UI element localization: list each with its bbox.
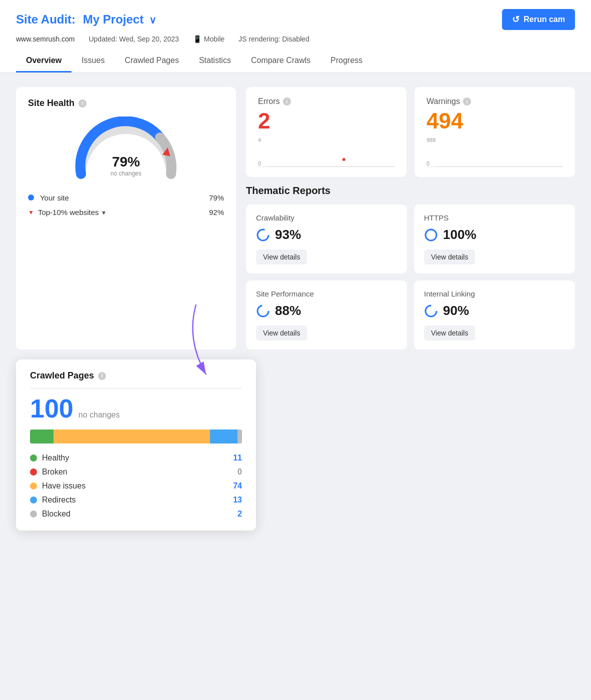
tab-issues[interactable]: Issues [72, 50, 114, 72]
blocked-value[interactable]: 2 [238, 510, 242, 518]
site-performance-view-details-button[interactable]: View details [256, 326, 307, 340]
crawlability-icon [256, 228, 270, 242]
errors-max: 4 [258, 137, 261, 143]
tab-progress[interactable]: Progress [320, 50, 372, 72]
thematic-reports-title: Thematic Reports [246, 185, 575, 196]
mobile-icon: 📱 [193, 35, 202, 43]
legend-have-issues-left: Have issues [30, 482, 86, 490]
thematic-card-site-performance: Site Performance 88% View details [246, 280, 407, 350]
healthy-dot [30, 454, 37, 462]
svg-point-7 [426, 230, 436, 240]
crawled-pages-info-icon[interactable]: i [98, 372, 106, 380]
site-performance-icon [256, 304, 270, 318]
site-health-card: Site Health i 79% no changes [16, 87, 236, 350]
tab-compare-crawls[interactable]: Compare Crawls [241, 50, 320, 72]
warnings-label: Warnings i [426, 97, 563, 106]
healthy-value[interactable]: 11 [233, 454, 242, 462]
crawled-pages-title: Crawled Pages [30, 370, 94, 381]
blocked-label: Blocked [42, 510, 70, 518]
legend-healthy: Healthy 11 [30, 454, 242, 462]
warnings-min: 0 [426, 160, 436, 166]
crawlability-percent: 93% [275, 227, 301, 242]
tab-crawled-pages[interactable]: Crawled Pages [114, 50, 189, 72]
js-rendering-label: JS rendering: Disabled [238, 35, 310, 43]
top10-label: Top-10% websites [38, 208, 99, 216]
errors-chart: 4 0 [258, 137, 394, 167]
thematic-card-https: HTTPS 100% View details [414, 204, 575, 274]
errors-value: 2 [258, 110, 394, 132]
redirects-value[interactable]: 13 [233, 496, 242, 504]
https-label: HTTPS [424, 214, 565, 222]
mobile-badge: 📱 Mobile [193, 35, 224, 43]
have-issues-value[interactable]: 74 [233, 482, 242, 490]
header-meta: www.semrush.com Updated: Wed, Sep 20, 20… [16, 35, 575, 43]
errors-chart-labels: 4 0 [258, 137, 261, 166]
project-name: My Project [83, 12, 144, 26]
internal-linking-view-details-button[interactable]: View details [424, 326, 475, 340]
refresh-icon: ↺ [512, 14, 520, 25]
https-value: 100% [424, 227, 565, 242]
broken-value: 0 [238, 468, 242, 476]
header: Site Audit: My Project ∨ ↺ Rerun cam www… [0, 0, 591, 73]
tab-overview[interactable]: Overview [16, 50, 72, 72]
site-health-label: Site Health [28, 98, 74, 108]
errors-card: Errors i 2 4 0 [246, 87, 406, 177]
internal-linking-label: Internal Linking [424, 290, 565, 298]
blocked-dot [30, 510, 37, 518]
site-health-title: Site Health i [28, 98, 224, 108]
thematic-card-internal-linking: Internal Linking 90% View details [414, 280, 575, 350]
warnings-info-icon[interactable]: i [463, 98, 471, 106]
legend-redirects-left: Redirects [30, 496, 76, 504]
progress-bar [30, 430, 242, 444]
domain-label: www.semrush.com [16, 35, 74, 43]
legend-blocked: Blocked 2 [30, 510, 242, 518]
svg-point-9 [426, 306, 436, 316]
page-title: Site Audit: My Project ∨ [16, 12, 156, 26]
your-site-dot [28, 194, 34, 200]
site-performance-value: 88% [256, 303, 397, 318]
have-issues-label: Have issues [42, 482, 86, 490]
errors-min: 0 [258, 160, 261, 166]
updated-label: Updated: Wed, Sep 20, 2023 [88, 35, 178, 43]
warnings-value: 494 [426, 110, 563, 132]
svg-text:no changes: no changes [110, 170, 142, 177]
healthy-label: Healthy [42, 454, 69, 462]
legend-healthy-left: Healthy [30, 454, 69, 462]
errors-label: Errors i [258, 97, 394, 106]
warnings-text: Warnings [426, 97, 460, 106]
title-prefix: Site Audit: [16, 12, 76, 26]
pb-have-issues [54, 430, 210, 444]
pb-redirects [210, 430, 238, 444]
internal-linking-value: 90% [424, 303, 565, 318]
svg-text:79%: 79% [112, 154, 140, 170]
errors-text: Errors [258, 97, 280, 106]
https-view-details-button[interactable]: View details [424, 250, 475, 264]
legend-broken-left: Broken [30, 468, 68, 476]
crawled-pages-popup: Crawled Pages i 100 no changes [16, 360, 256, 530]
top-row: Site Health i 79% no changes [16, 87, 575, 350]
metrics-row: Errors i 2 4 0 [246, 87, 575, 177]
svg-point-4 [342, 158, 346, 161]
crawled-total: 100 [30, 396, 74, 422]
rerun-button[interactable]: ↺ Rerun cam [502, 9, 575, 30]
triangle-icon: ▼ [28, 209, 34, 216]
redirects-dot [30, 496, 37, 504]
main-content: Site Health i 79% no changes [0, 73, 591, 544]
dropdown-arrow-icon[interactable]: ∨ [149, 14, 156, 26]
thematic-grid: Crawlability 93% View details HTTPS [246, 204, 575, 350]
site-performance-label: Site Performance [256, 290, 397, 298]
crawlability-view-details-button[interactable]: View details [256, 250, 307, 264]
errors-info-icon[interactable]: i [283, 98, 291, 106]
legend-blocked-left: Blocked [30, 510, 70, 518]
tab-statistics[interactable]: Statistics [189, 50, 241, 72]
legend-have-issues: Have issues 74 [30, 482, 242, 490]
broken-label: Broken [42, 468, 68, 476]
internal-linking-icon [424, 304, 438, 318]
dropdown-icon[interactable]: ▾ [102, 208, 106, 216]
gauge-svg: 79% no changes [71, 116, 181, 182]
site-health-info-icon[interactable]: i [78, 100, 86, 108]
broken-dot [30, 468, 37, 476]
rerun-label: Rerun cam [524, 15, 565, 24]
legend-redirects: Redirects 13 [30, 496, 242, 504]
thematic-reports-section: Thematic Reports Crawlability 93% View d… [246, 185, 575, 350]
